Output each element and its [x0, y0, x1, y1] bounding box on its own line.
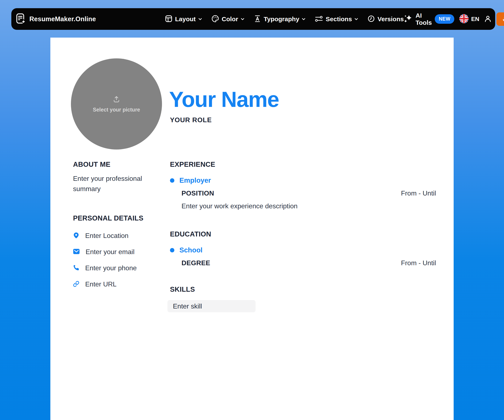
location-field[interactable]: Enter Location: [73, 232, 157, 240]
menu-item-sections[interactable]: Sections: [315, 15, 358, 23]
skills-heading: SKILLS: [170, 285, 436, 293]
chevron-down-icon: [302, 17, 305, 21]
personal-details-list: Enter Location Enter your email Enter: [73, 232, 157, 288]
sliders-icon: [315, 15, 323, 23]
palette-icon: [211, 15, 219, 23]
url-label: Enter URL: [85, 280, 116, 288]
education-heading: EDUCATION: [170, 230, 436, 238]
chevron-down-icon: [198, 17, 202, 21]
bullet-dot: [170, 178, 174, 183]
employer-field[interactable]: Employer: [170, 177, 436, 184]
download-icon: [502, 15, 504, 23]
email-label: Enter your email: [86, 248, 134, 256]
download-button[interactable]: Download: [497, 12, 504, 26]
uk-flag-icon: [459, 14, 468, 24]
typography-icon: [254, 15, 261, 23]
navbar-menu: Layout Color: [165, 15, 404, 23]
menu-item-color[interactable]: Color: [211, 15, 244, 23]
menu-item-versions[interactable]: Versions: [368, 15, 404, 23]
location-label: Enter Location: [85, 232, 128, 240]
chevron-down-icon: [241, 17, 244, 21]
left-column: ABOUT ME Enter your professional summary…: [73, 160, 157, 297]
menu-label-color: Color: [222, 16, 238, 23]
brand-name: ResumeMaker.Online: [29, 15, 96, 23]
about-me-heading: ABOUT ME: [73, 160, 157, 168]
school-field[interactable]: School: [170, 246, 436, 254]
experience-heading: EXPERIENCE: [170, 160, 436, 168]
language-selector[interactable]: EN: [459, 14, 479, 24]
menu-label-versions: Versions: [378, 16, 404, 23]
position-field[interactable]: POSITION: [181, 189, 214, 197]
phone-label: Enter your phone: [85, 264, 137, 272]
clock-icon: [368, 15, 375, 23]
photo-upload-placeholder[interactable]: Select your picture: [71, 58, 162, 150]
language-label: EN: [471, 16, 479, 23]
phone-field[interactable]: Enter your phone: [73, 264, 157, 272]
email-icon: [73, 249, 80, 255]
email-field[interactable]: Enter your email: [73, 248, 157, 256]
chevron-down-icon: [355, 17, 358, 21]
menu-label-sections: Sections: [326, 16, 352, 23]
menu-item-typography[interactable]: Typography: [254, 15, 305, 23]
new-badge: NEW: [435, 14, 454, 24]
photo-upload-caption: Select your picture: [93, 107, 140, 113]
experience-description-field[interactable]: Enter your work experience description: [170, 202, 436, 210]
link-icon: [73, 281, 79, 288]
resume-page: Select your picture Your Name YOUR ROLE …: [50, 38, 454, 420]
school-label: School: [180, 246, 203, 254]
menu-item-layout[interactable]: Layout: [165, 15, 202, 23]
degree-field[interactable]: DEGREE: [181, 259, 210, 267]
resume-maker-logo-icon: [16, 13, 26, 25]
resume-role-field[interactable]: YOUR ROLE: [170, 116, 212, 124]
skill-input[interactable]: [168, 300, 256, 312]
experience-dates-field[interactable]: From - Until: [401, 189, 436, 197]
menu-label-layout: Layout: [175, 16, 196, 23]
education-dates-field[interactable]: From - Until: [401, 259, 436, 267]
location-icon: [73, 232, 79, 240]
ai-tools-label: AI Tools: [415, 12, 432, 26]
user-account-icon[interactable]: [484, 15, 492, 23]
right-column: EXPERIENCE Employer POSITION From - Unti…: [170, 160, 436, 312]
ai-tools-button[interactable]: AI Tools NEW: [404, 12, 454, 26]
layout-icon: [165, 15, 172, 23]
url-field[interactable]: Enter URL: [73, 280, 157, 288]
top-navbar: ResumeMaker.Online Layout: [11, 8, 495, 30]
employer-label: Employer: [180, 177, 211, 184]
summary-field[interactable]: Enter your professional summary: [73, 173, 155, 194]
bullet-dot: [170, 248, 174, 252]
phone-icon: [73, 265, 79, 272]
personal-details-heading: PERSONAL DETAILS: [73, 214, 157, 222]
upload-icon: [113, 95, 120, 104]
brand[interactable]: ResumeMaker.Online: [16, 13, 96, 25]
resume-name-field[interactable]: Your Name: [169, 88, 279, 110]
sparkles-icon: [404, 14, 413, 24]
menu-label-typography: Typography: [264, 16, 299, 23]
navbar-right: AI Tools NEW EN: [404, 12, 504, 26]
